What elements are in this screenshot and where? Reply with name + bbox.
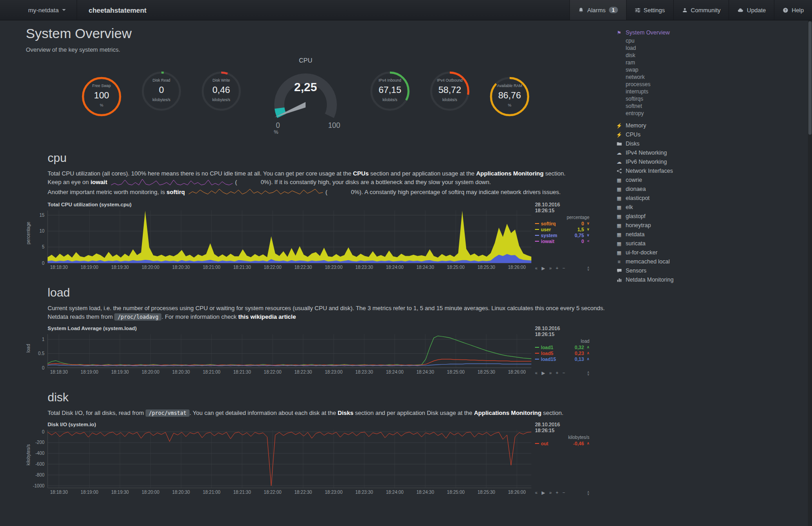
resize-handle[interactable]: ∧∨ xyxy=(587,491,589,495)
sidebar-item-load[interactable]: load xyxy=(616,44,806,52)
sidebar-item-softirqs[interactable]: softirqs xyxy=(616,95,806,102)
wikipedia-link[interactable]: this wikipedia article xyxy=(238,313,296,320)
sidebar-item-processes[interactable]: processes xyxy=(616,81,806,88)
load-chart: load System Load Average (system.load) 1… xyxy=(27,326,598,376)
softirq-sparkline[interactable] xyxy=(189,188,323,197)
text: Keep an eye on xyxy=(48,179,91,185)
sidebar-item-ipv4-networking[interactable]: ☁IPv4 Networking xyxy=(616,148,806,157)
nav-update[interactable]: Update xyxy=(729,0,774,20)
legend-load5[interactable]: load50,23∧ xyxy=(535,351,589,356)
svg-text:-400: -400 xyxy=(35,451,44,456)
play-button[interactable]: ▶ xyxy=(542,370,545,375)
nav-label: Update xyxy=(747,7,766,14)
zoom-out-button[interactable]: − xyxy=(563,370,565,375)
disk-chart-plot[interactable]: 18:18:3018:19:0018:19:3018:20:0018:20:30… xyxy=(27,428,531,496)
disk-heading: disk xyxy=(48,390,598,404)
disks-section-link[interactable]: Disks xyxy=(338,409,354,416)
legend-series-value: 0,13 xyxy=(575,356,584,362)
zoom-in-button[interactable]: + xyxy=(556,370,559,375)
load-chart-plot[interactable]: 18:18:3018:19:0018:19:3018:20:0018:20:30… xyxy=(27,331,531,376)
legend-series-name: load5 xyxy=(541,351,553,356)
resize-handle[interactable]: ∧∨ xyxy=(587,371,589,375)
nav-settings[interactable]: Settings xyxy=(626,0,673,20)
text: Another important metric worth monitorin… xyxy=(48,189,166,195)
grid-icon: ▦ xyxy=(616,195,622,201)
gauge-free-swap[interactable]: Free Swap100% xyxy=(81,76,122,117)
sidebar-item-ipv6-networking[interactable]: ☁IPv6 Networking xyxy=(616,157,806,166)
sidebar-item-network[interactable]: network xyxy=(616,73,806,81)
scrollbar-thumb[interactable] xyxy=(808,21,812,135)
pan-forward-button[interactable]: » xyxy=(549,370,552,375)
pan-forward-button[interactable]: » xyxy=(549,266,552,271)
sidebar-item-sensors[interactable]: Sensors xyxy=(616,266,806,275)
sidebar-item-softnet[interactable]: softnet xyxy=(616,102,806,110)
sidebar-item-elk[interactable]: ▦elk xyxy=(616,203,806,212)
legend-out[interactable]: out-0,46∧ xyxy=(535,441,589,446)
sidebar-item-netdata-monitoring[interactable]: Netdata Monitoring xyxy=(616,275,806,284)
gauge-value: 0 xyxy=(141,85,182,95)
sidebar-item-cpus[interactable]: ⚡CPUs xyxy=(616,130,806,139)
nav-community[interactable]: Community xyxy=(673,0,729,20)
sidebar-item-netdata[interactable]: ▦netdata xyxy=(616,230,806,239)
gauge-available-ram[interactable]: Available RAM86,76% xyxy=(489,76,530,117)
svg-text:18:22:30: 18:22:30 xyxy=(294,490,312,495)
sidebar-item-disk[interactable]: disk xyxy=(616,52,806,59)
legend-load1[interactable]: load10,32∧ xyxy=(535,345,589,350)
proc-loadavg-chip: /proc/loadavg xyxy=(114,313,161,321)
pan-backward-button[interactable]: « xyxy=(535,266,538,271)
gauge-ipv4-outbound[interactable]: IPv4 Outbound58,72kilobits/s xyxy=(429,70,471,112)
disk-description: Total Disk I/O, for all disks, read from… xyxy=(48,409,598,417)
pan-forward-button[interactable]: » xyxy=(549,490,552,495)
pan-backward-button[interactable]: « xyxy=(535,490,538,495)
zoom-out-button[interactable]: − xyxy=(563,266,565,271)
sidebar-item-glastopf[interactable]: ▦glastopf xyxy=(616,212,806,221)
sidebar-item-cowrie[interactable]: ▦cowrie xyxy=(616,175,806,185)
zoom-in-button[interactable]: + xyxy=(556,490,559,495)
sidebar-item-system-overview[interactable]: ⚑System Overview xyxy=(616,28,806,37)
gauge-disk-read[interactable]: Disk Read0kilobytes/s xyxy=(141,70,182,112)
sidebar-item-network-interfaces[interactable]: Network Interfaces xyxy=(616,166,806,175)
svg-text:-200: -200 xyxy=(35,440,44,445)
sidebar-item-memcached-local[interactable]: ≡memcached local xyxy=(616,257,806,266)
applications-monitoring-link[interactable]: Applications Monitoring xyxy=(476,170,544,177)
play-button[interactable]: ▶ xyxy=(542,490,545,495)
sidebar-item-ram[interactable]: ram xyxy=(616,59,806,66)
sidebar-item-ui-for-docker[interactable]: ▦ui-for-docker xyxy=(616,248,806,257)
iowait-sparkline[interactable] xyxy=(111,178,233,187)
sidebar-item-memory[interactable]: ⚡Memory xyxy=(616,121,806,130)
grid-icon: ▦ xyxy=(616,250,622,256)
sidebar-item-elasticpot[interactable]: ▦elasticpot xyxy=(616,194,806,203)
sidebar-item-dionaea[interactable]: ▦dionaea xyxy=(616,185,806,194)
nav-help[interactable]: ?Help xyxy=(774,0,812,20)
applications-monitoring-link[interactable]: Applications Monitoring xyxy=(474,409,541,416)
sidebar-item-honeytrap[interactable]: ▦honeytrap xyxy=(616,221,806,230)
sidebar-item-swap[interactable]: swap xyxy=(616,66,806,73)
resize-handle[interactable]: ∧∨ xyxy=(587,266,589,271)
gauge-disk-write[interactable]: Disk Write0,46kilobytes/s xyxy=(200,70,242,112)
legend-load15[interactable]: load150,13∧ xyxy=(535,356,589,362)
svg-text:18:20:00: 18:20:00 xyxy=(142,370,160,375)
sidebar-item-interrupts[interactable]: interrupts xyxy=(616,88,806,95)
nav-alarms[interactable]: Alarms1 xyxy=(569,0,626,20)
zoom-in-button[interactable]: + xyxy=(556,266,559,271)
svg-text:0: 0 xyxy=(42,365,44,370)
cpu-chart-plot[interactable]: 18:18:3018:19:0018:19:3018:20:0018:20:30… xyxy=(27,208,531,271)
sidebar-item-cpu[interactable]: cpu xyxy=(616,37,806,44)
chart-toolbox: «▶»+−∧∨ xyxy=(535,266,589,271)
pan-backward-button[interactable]: « xyxy=(535,370,538,375)
cpus-section-link[interactable]: CPUs xyxy=(353,170,369,177)
legend-user[interactable]: user1,5∨ xyxy=(535,227,589,232)
sidebar-item-entropy[interactable]: entropy xyxy=(616,110,806,117)
sidebar-item-suricata[interactable]: ▦suricata xyxy=(616,239,806,248)
legend-softirq[interactable]: softirq0∨ xyxy=(535,221,589,226)
svg-text:18:23:00: 18:23:00 xyxy=(325,265,343,270)
legend-system[interactable]: system0,75∨ xyxy=(535,233,589,238)
play-button[interactable]: ▶ xyxy=(542,266,545,271)
gauge-cpu[interactable]: CPU2,250100% xyxy=(260,54,351,136)
my-netdata-menu[interactable]: my-netdata xyxy=(0,0,77,20)
zoom-out-button[interactable]: − xyxy=(563,490,565,495)
scrollbar[interactable] xyxy=(808,20,812,526)
legend-iowait[interactable]: iowait0< xyxy=(535,239,589,244)
gauge-ipv4-inbound[interactable]: IPv4 Inbound67,15kilobits/s xyxy=(369,70,411,112)
sidebar-item-disks[interactable]: Disks xyxy=(616,139,806,148)
